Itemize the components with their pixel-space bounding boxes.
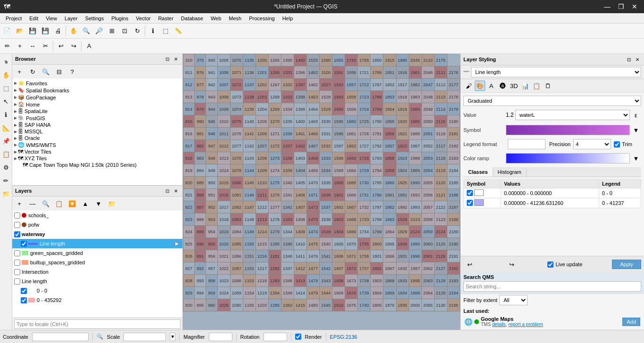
layer-checkbox[interactable] [14,260,20,266]
browser-filter-button[interactable]: 🔍 [40,65,52,78]
browser-tree-item[interactable]: 🗺 Cape Town Topo Map NGI 1:50k (2010 Ser… [12,162,182,168]
browser-tree-item[interactable]: ▶ 🗄 Oracle [12,135,182,141]
styling-float-button[interactable]: ⊡ [625,56,633,63]
identify-button[interactable]: ℹ [147,25,159,37]
zoom-out-button[interactable]: 🔎 [93,25,105,37]
layer-checkbox[interactable] [14,278,20,285]
styling-diagram-icon[interactable]: 📊 [520,81,530,91]
browser-tree-item[interactable]: ▶ 🗺 XYZ Tiles [12,155,182,162]
layers-filter-legend-button[interactable]: 🔽 [66,197,78,210]
layer-item[interactable]: waterway [12,229,182,239]
menu-item-raster[interactable]: Raster [154,15,177,22]
browser-tree-item[interactable]: ▶ 🗄 SpatiaLite [12,108,182,114]
layer-item[interactable]: Intersection [12,267,182,277]
styling-source-icon[interactable]: 🖌 [463,81,474,91]
undo-button[interactable]: ↩ [55,40,67,52]
tab-classes[interactable]: Classes [463,167,493,177]
menu-item-vector[interactable]: Vector [132,15,154,22]
layer-item[interactable]: builtup_spaces_gridded [12,258,182,267]
browser-help-button[interactable]: ? [66,65,78,78]
layer-item[interactable]: 0 - 0 [12,286,182,295]
pan-button[interactable]: ✋ [67,25,80,37]
symbol-edit-button[interactable]: ▼ [631,124,641,136]
edit-button[interactable]: ✏ [1,40,13,52]
styling-labels-icon[interactable]: A [486,81,496,91]
magnifier-input[interactable]: 100% [209,333,232,341]
browser-close-button[interactable]: ✕ [172,55,180,63]
menu-item-layer[interactable]: Layer [61,15,82,22]
layer-item[interactable]: pofw [12,220,182,229]
menu-item-plugins[interactable]: Plugins [107,15,132,22]
layers-remove-button[interactable]: — [26,197,39,210]
layers-group-button[interactable]: 📁 [106,197,118,210]
digitize-button[interactable]: ✏ [0,174,12,187]
rubber-band-button[interactable]: ⬚ [0,82,12,94]
tab-histogram[interactable]: Histogram [493,167,527,177]
menu-item-view[interactable]: View [42,15,61,22]
render-checkbox[interactable] [295,334,301,340]
measure-line-button[interactable]: 📐 [0,122,12,134]
browser-tree-item[interactable]: ▶ 🗺 Vector Tiles [12,148,182,155]
forms-button[interactable]: 📋 [0,148,12,160]
maximize-button[interactable]: ❐ [615,2,627,11]
browser-tree-item[interactable]: ▶ 🗄 MSSQL [12,128,182,135]
browser-float-button[interactable]: ⊡ [164,55,171,63]
styling-close-button[interactable]: ✕ [634,56,641,63]
zoom-in-button[interactable]: 🔍 [80,25,92,37]
layer-item[interactable]: 0 - 435292 [12,295,182,305]
layers-float-button[interactable]: ⊡ [164,187,171,195]
symbol-color-picker[interactable] [506,125,630,135]
layer-checkbox[interactable] [14,212,20,219]
measure-button[interactable]: 📏 [172,25,184,37]
menu-item-edit[interactable]: Edit [25,15,42,22]
filter-dropdown[interactable]: All [499,295,528,305]
browser-tree-item[interactable]: ▶ 🏠 Home [12,101,182,108]
delete-selected-button[interactable]: ✂ [39,40,51,52]
zoom-full-button[interactable]: ⊞ [106,25,118,37]
precision-dropdown[interactable]: 4 [573,139,611,149]
menu-item-settings[interactable]: Settings [81,15,107,22]
color-ramp-edit-button[interactable]: ▼ [631,152,641,164]
browser-tree-item[interactable]: ▶ 🔖 Spatial Bookmarks [12,87,182,94]
color-ramp-picker[interactable] [506,153,630,163]
layer-checkbox[interactable] [14,250,20,256]
layers-move-up-button[interactable]: ▲ [79,197,91,210]
styling-undo-button[interactable]: ↩ [463,258,476,270]
styling-renderer-icon[interactable]: 🎨 [475,81,485,91]
apply-button[interactable]: Apply [612,260,641,269]
scale-dropdown-button[interactable]: ▼ [170,333,175,341]
menu-item-help[interactable]: Help [279,15,297,22]
add-layer-button[interactable]: Add [622,318,640,326]
styling-fields-icon[interactable]: 📋 [531,81,542,91]
layers-filter-button[interactable]: 🔍 [40,197,52,210]
open-project-button[interactable]: 📂 [14,25,26,37]
add-feature-button[interactable]: + [14,40,26,52]
live-update-checkbox[interactable] [547,261,553,268]
browser-tree-item[interactable]: ▶ 📦 GeoPackage [12,94,182,101]
layers-move-down-button[interactable]: ▼ [92,197,105,210]
save-project-button[interactable]: 💾 [26,25,39,37]
value-dropdown[interactable]: waterL [515,110,630,120]
menu-item-mesh[interactable]: Mesh [225,15,245,22]
styling-3d-icon[interactable]: 3D [509,81,519,91]
redo-button[interactable]: ↪ [67,40,80,52]
styling-attributes-icon[interactable]: 🗒 [543,81,553,91]
rotation-input[interactable]: 0.0 ° [264,333,287,341]
search-qgis-input[interactable] [463,281,641,292]
styling-redo-button[interactable]: ↪ [505,258,518,270]
layer-checkbox[interactable] [21,241,27,247]
minimize-button[interactable]: — [601,2,613,11]
last-used-report-link[interactable]: report a problem [508,322,543,327]
layer-dropdown[interactable]: Line length [471,67,641,77]
annotation-button[interactable]: 📌 [0,135,12,147]
menu-item-database[interactable]: Database [177,15,207,22]
touch-zoom-button[interactable]: 🖱 [0,56,12,68]
layer-item[interactable]: Line length [12,277,182,286]
trim-checkbox[interactable] [614,141,620,147]
close-button[interactable]: ✕ [629,2,640,11]
layer-checkbox[interactable] [14,222,20,228]
class-checkbox[interactable] [467,200,473,206]
move-feature-button[interactable]: ↔ [26,40,39,52]
styling-mask-icon[interactable]: 🅐 [497,81,508,91]
layer-checkbox[interactable] [21,297,27,303]
